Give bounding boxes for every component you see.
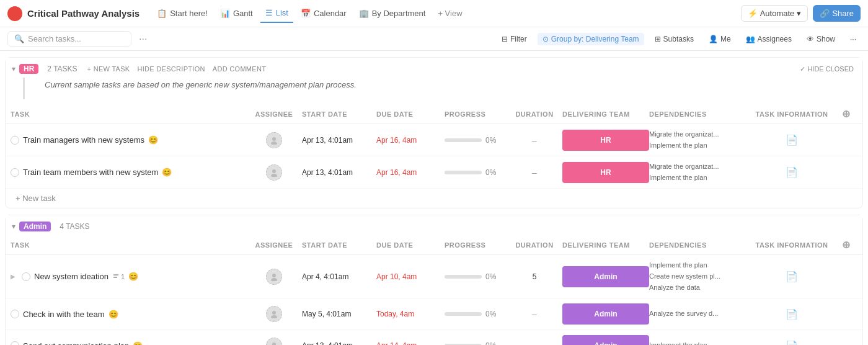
admin-task3-progress-pct: 0% [485, 341, 496, 345]
hr-task2-start-date: Apr 13, 4:01am [302, 168, 376, 177]
toolbar-overflow-button[interactable]: ··· [846, 33, 861, 45]
hr-task1-checkbox[interactable] [11, 136, 19, 145]
hr-task2-name-cell[interactable]: Train team members with new system 😊 [11, 168, 246, 177]
gantt-icon: 📊 [220, 9, 230, 18]
admin-task3-assignee-avatar[interactable] [266, 338, 282, 345]
col-header-dependencies: DEPENDENCIES [649, 110, 748, 118]
svg-point-6 [272, 311, 276, 315]
toolbar-more-button[interactable]: ··· [139, 34, 147, 45]
admin-col-header-add[interactable]: ⊕ [835, 239, 857, 251]
admin-section: ▾ Admin 4 TASKS TASK ASSIGNEE START DATE… [5, 215, 863, 345]
admin-task2-due-date: Today, 4am [376, 310, 445, 318]
admin-col-header-due-date: DUE DATE [376, 241, 445, 249]
hr-hide-desc-button[interactable]: HIDE DESCRIPTION [138, 65, 205, 73]
admin-task1-assignee[interactable] [246, 269, 302, 285]
hr-section-toggle[interactable]: ▾ [12, 65, 16, 73]
me-button[interactable]: 👤 Me [704, 33, 735, 45]
toolbar-right: ⊟ Filter ⊙ Group by: Delivering Team ⊞ S… [497, 33, 861, 45]
hr-task1-name-cell[interactable]: Train managers with new systems 😊 [11, 135, 246, 145]
tab-by-department-label: By Department [372, 9, 426, 18]
admin-task2-name-cell[interactable]: Check in with the team 😊 [11, 310, 246, 319]
hr-task2-progress-pct: 0% [485, 168, 496, 177]
admin-task1-progress: 0% [445, 272, 507, 281]
admin-col-header-task: TASK [11, 241, 246, 249]
admin-task2-assignee[interactable] [246, 306, 302, 322]
admin-task1-due-date: Apr 10, 4am [376, 272, 445, 281]
hr-table-header: TASK ASSIGNEE START DATE DUE DATE PROGRE… [6, 104, 862, 124]
app-logo [7, 6, 22, 21]
tab-start-here[interactable]: 📋 Start here! [152, 4, 213, 23]
col-header-due-date: DUE DATE [376, 110, 445, 118]
admin-task3-name-cell[interactable]: Send out communication plan 😊 [11, 341, 246, 345]
assignees-label: Assignees [758, 35, 792, 43]
hr-task1-dep1: Migrate the organizat... [649, 129, 748, 140]
automate-button[interactable]: ⚡ Automate ▾ [741, 5, 808, 22]
hr-task1-delivering-team: HR [562, 130, 649, 151]
hr-task1-assignee[interactable] [246, 132, 302, 148]
admin-task1-progress-pct: 0% [485, 272, 496, 281]
svg-point-4 [272, 274, 276, 277]
share-button[interactable]: 🔗 Share [813, 5, 861, 22]
admin-task3-emoji: 😊 [133, 341, 143, 345]
admin-task3-checkbox[interactable] [11, 341, 19, 345]
admin-task3-delivering-team: Admin [562, 335, 649, 345]
table-row: Train team members with new system 😊 Apr… [6, 156, 862, 189]
admin-task2-assignee-avatar[interactable] [266, 306, 282, 322]
hr-task1-emoji: 😊 [148, 135, 158, 145]
admin-task2-progress: 0% [445, 310, 507, 318]
hr-task2-task-info: 📄 [748, 166, 835, 178]
admin-task2-task-info: 📄 [748, 308, 835, 320]
show-icon: 👁 [807, 35, 814, 43]
tab-list[interactable]: ☰ List [260, 4, 293, 23]
add-view-button[interactable]: + View [433, 6, 467, 20]
tab-gantt[interactable]: 📊 Gantt [215, 4, 258, 23]
hr-task2-assignee-avatar[interactable] [266, 164, 282, 181]
svg-point-7 [271, 315, 277, 318]
admin-task1-assignee-avatar[interactable] [266, 269, 282, 285]
col-header-add[interactable]: ⊕ [835, 108, 857, 120]
show-button[interactable]: 👁 Show [802, 33, 839, 45]
hr-task-count: 2 TASKS [47, 65, 77, 73]
hr-new-task-button[interactable]: + NEW TASK [87, 65, 130, 73]
svg-point-1 [271, 141, 277, 145]
hr-task2-assignee[interactable] [246, 164, 302, 181]
hr-task1-info-icon: 📄 [786, 134, 798, 146]
hr-add-comment-button[interactable]: ADD COMMENT [213, 65, 266, 73]
hr-add-task-button[interactable]: + New task [6, 189, 862, 208]
tab-by-department[interactable]: 🏢 By Department [354, 4, 431, 23]
hr-task2-emoji: 😊 [162, 168, 172, 177]
subtasks-label: Subtasks [663, 35, 694, 43]
show-label: Show [817, 35, 835, 43]
admin-task1-name-cell[interactable]: ▶ New system ideation 1 😊 [11, 272, 246, 281]
svg-point-0 [272, 137, 276, 141]
admin-task2-dep1: Analyze the survey d... [649, 308, 748, 320]
hr-task1-progress-bar [445, 138, 482, 142]
group-by-button[interactable]: ⊙ Group by: Delivering Team [538, 33, 644, 45]
filter-button[interactable]: ⊟ Filter [497, 33, 531, 45]
hr-hide-closed-button[interactable]: ✓ HIDE CLOSED [800, 65, 854, 73]
tab-calendar[interactable]: 📅 Calendar [296, 4, 352, 23]
admin-task2-checkbox[interactable] [11, 310, 19, 318]
hr-badge: HR [19, 64, 38, 74]
admin-task2-emoji: 😊 [108, 310, 118, 319]
admin-task3-assignee[interactable] [246, 338, 302, 345]
admin-col-header-delivering-team: DELIVERING TEAM [562, 241, 649, 249]
admin-task2-deps: Analyze the survey d... [649, 308, 748, 320]
hr-task2-checkbox[interactable] [11, 168, 19, 177]
admin-task1-dep3: Analyze the data [649, 282, 748, 293]
admin-section-toggle[interactable]: ▾ [12, 222, 16, 231]
hr-task2-delivering-team: HR [562, 162, 649, 183]
hr-task1-assignee-avatar[interactable] [266, 132, 282, 148]
search-icon: 🔍 [14, 34, 24, 43]
assignees-button[interactable]: 👥 Assignees [742, 33, 796, 45]
search-box[interactable]: 🔍 Search tasks... [7, 31, 131, 47]
hr-section-title-group: HR 2 TASKS [19, 64, 87, 74]
admin-task1-duration: 5 [507, 272, 562, 281]
hr-description: Current sample tasks are based on the ge… [23, 78, 854, 99]
admin-col-header-start-date: START DATE [302, 241, 376, 249]
admin-task1-expand[interactable]: ▶ [11, 273, 16, 280]
admin-task2-delivering-team: Admin [562, 303, 649, 325]
admin-task1-start-date: Apr 4, 4:01am [302, 272, 376, 281]
admin-task1-checkbox[interactable] [22, 272, 30, 281]
subtasks-button[interactable]: ⊞ Subtasks [650, 33, 698, 45]
